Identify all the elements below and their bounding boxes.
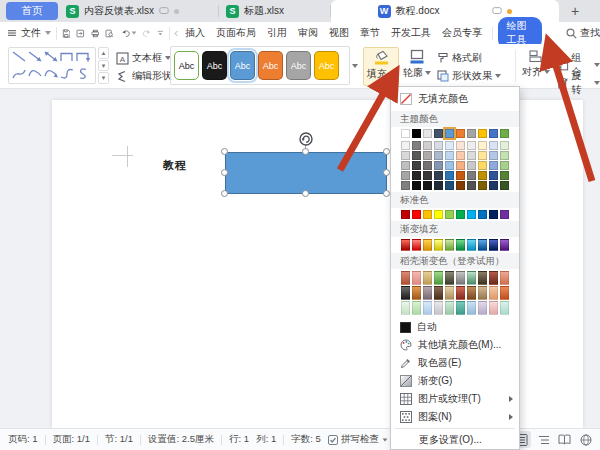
- color-swatch[interactable]: [467, 239, 476, 251]
- undo-dropdown-icon[interactable]: [132, 31, 137, 34]
- more-fill-colors-item[interactable]: 其他填充颜色(M)...: [391, 336, 519, 354]
- color-swatch[interactable]: [478, 129, 487, 138]
- color-swatch[interactable]: [434, 286, 443, 300]
- tab-view[interactable]: 视图: [329, 26, 349, 40]
- menu-file[interactable]: 文件: [21, 26, 41, 40]
- color-swatch[interactable]: [456, 161, 465, 170]
- shape-curve-icon[interactable]: [27, 66, 43, 82]
- resize-handle-sw[interactable]: [221, 190, 228, 197]
- gallery-scroll-up[interactable]: ▲: [98, 47, 109, 59]
- color-swatch[interactable]: [478, 181, 487, 190]
- color-swatch[interactable]: [478, 210, 487, 219]
- color-swatch[interactable]: [500, 210, 509, 219]
- color-swatch[interactable]: [500, 129, 509, 138]
- color-swatch[interactable]: [467, 141, 476, 150]
- color-swatch[interactable]: [401, 161, 410, 170]
- shape-elbow-arrow-icon[interactable]: [75, 49, 91, 65]
- color-swatch[interactable]: [434, 151, 443, 160]
- color-swatch[interactable]: [489, 141, 498, 150]
- shape-elbow-connector-icon[interactable]: [59, 49, 75, 65]
- color-swatch[interactable]: [489, 286, 498, 300]
- new-tab-button[interactable]: +: [571, 3, 579, 19]
- color-swatch[interactable]: [412, 271, 421, 285]
- document-text[interactable]: 教程: [163, 158, 187, 173]
- fill-button[interactable]: 填充: [363, 47, 399, 86]
- shape-curve-connector-icon[interactable]: [11, 66, 27, 82]
- color-swatch[interactable]: [401, 151, 410, 160]
- color-swatch[interactable]: [467, 271, 476, 285]
- color-swatch[interactable]: [467, 301, 476, 315]
- color-swatch[interactable]: [423, 239, 432, 251]
- view-outline-mode[interactable]: [535, 431, 552, 448]
- color-swatch[interactable]: [456, 210, 465, 219]
- color-swatch[interactable]: [456, 181, 465, 190]
- color-swatch[interactable]: [500, 151, 509, 160]
- tab-page-layout[interactable]: 页面布局: [216, 26, 256, 40]
- color-swatch[interactable]: [467, 161, 476, 170]
- color-swatch[interactable]: [401, 181, 410, 190]
- color-swatch[interactable]: [401, 141, 410, 150]
- undo-icon[interactable]: [122, 28, 131, 39]
- text-box-button[interactable]: A 文本框: [116, 51, 171, 65]
- color-swatch[interactable]: [445, 141, 454, 150]
- color-swatch[interactable]: [401, 271, 410, 285]
- resize-handle-se[interactable]: [383, 190, 390, 197]
- color-swatch[interactable]: [500, 301, 509, 315]
- redo-icon[interactable]: [142, 28, 151, 39]
- color-swatch[interactable]: [456, 271, 465, 285]
- color-swatch[interactable]: [478, 161, 487, 170]
- color-swatch[interactable]: [500, 181, 509, 190]
- color-swatch[interactable]: [423, 210, 432, 219]
- color-swatch[interactable]: [489, 301, 498, 315]
- style-preset-selected[interactable]: Abc: [230, 51, 255, 80]
- tab-home[interactable]: 首页: [6, 2, 58, 20]
- tab-membership[interactable]: 会员专享: [442, 26, 482, 40]
- color-swatch[interactable]: [445, 210, 454, 219]
- rotate-button[interactable]: 旋转: [556, 69, 600, 97]
- color-swatch[interactable]: [401, 301, 410, 315]
- gallery-scroll-down[interactable]: ▼: [98, 60, 109, 72]
- shape-freeform-icon[interactable]: [59, 66, 75, 82]
- shape-arrow-icon[interactable]: [27, 49, 43, 65]
- color-swatch[interactable]: [412, 171, 421, 180]
- color-swatch[interactable]: [412, 151, 421, 160]
- color-swatch[interactable]: [445, 301, 454, 315]
- color-swatch[interactable]: [478, 239, 487, 251]
- tab-references[interactable]: 引用: [267, 26, 287, 40]
- color-swatch[interactable]: [445, 239, 454, 251]
- color-swatch[interactable]: [500, 161, 509, 170]
- resize-handle-s[interactable]: [302, 190, 309, 197]
- color-swatch[interactable]: [445, 171, 454, 180]
- color-swatch[interactable]: [478, 151, 487, 160]
- color-swatch[interactable]: [478, 141, 487, 150]
- style-preset[interactable]: Abc: [174, 51, 199, 80]
- style-preset[interactable]: Abc: [286, 51, 311, 80]
- color-swatch[interactable]: [423, 151, 432, 160]
- color-swatch[interactable]: [412, 239, 421, 251]
- color-swatch[interactable]: [412, 161, 421, 170]
- save-icon[interactable]: [62, 27, 71, 40]
- color-swatch[interactable]: [500, 271, 509, 285]
- resize-handle-nw[interactable]: [221, 148, 228, 155]
- color-swatch[interactable]: [500, 171, 509, 180]
- color-swatch[interactable]: [412, 286, 421, 300]
- color-swatch[interactable]: [467, 210, 476, 219]
- color-swatch[interactable]: [467, 129, 476, 138]
- tab-developer[interactable]: 开发工具: [391, 26, 431, 40]
- color-swatch[interactable]: [456, 129, 465, 138]
- color-swatch[interactable]: [434, 129, 443, 138]
- resize-handle-w[interactable]: [221, 169, 228, 176]
- color-swatch[interactable]: [445, 151, 454, 160]
- tab-doc-spreadsheet-1[interactable]: S 内容反馈表.xlsx: [60, 0, 218, 22]
- color-swatch[interactable]: [434, 301, 443, 315]
- color-swatch[interactable]: [489, 129, 498, 138]
- color-swatch[interactable]: [456, 286, 465, 300]
- color-swatch[interactable]: [489, 171, 498, 180]
- color-swatch[interactable]: [434, 271, 443, 285]
- tab-section[interactable]: 章节: [360, 26, 380, 40]
- picture-texture-item[interactable]: 图片或纹理(T): [391, 390, 519, 408]
- color-swatch[interactable]: [456, 151, 465, 160]
- print-icon[interactable]: [91, 27, 100, 40]
- color-swatch[interactable]: [434, 171, 443, 180]
- chevron-left-icon[interactable]: [174, 29, 179, 38]
